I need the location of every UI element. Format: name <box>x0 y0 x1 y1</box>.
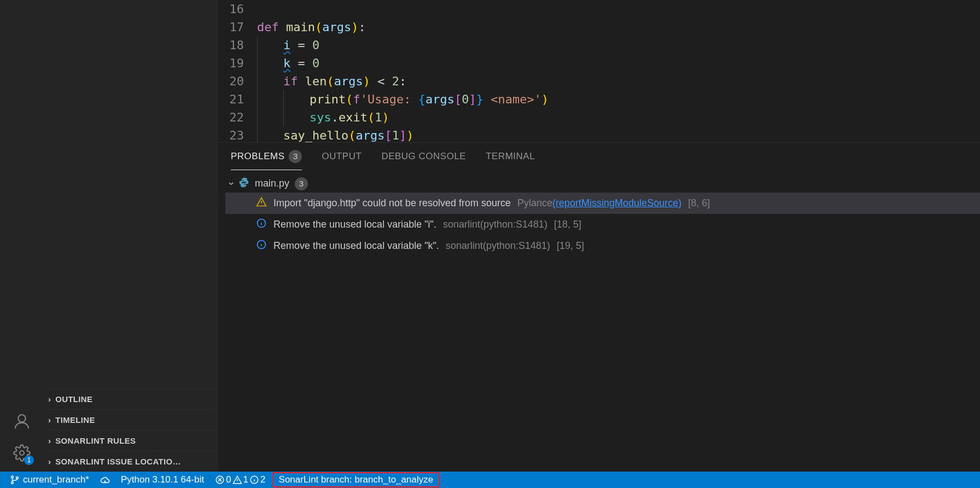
status-sync[interactable] <box>95 472 115 488</box>
editor-area: 1617181920212223 def main(args):i = 0k =… <box>219 0 980 472</box>
sidebar-section-label: SONARLINT RULES <box>55 436 136 445</box>
error-icon <box>215 475 225 485</box>
problem-source: Pylance(reportMissingModuleSource) <box>517 197 681 209</box>
tab-label: OUTPUT <box>322 151 361 162</box>
svg-point-6 <box>16 477 19 479</box>
branch-name: current_branch* <box>23 474 89 485</box>
sidebar-section-label: OUTLINE <box>55 394 92 404</box>
chevron-right-icon: › <box>48 415 51 425</box>
problems-list: › main.py 3 Import "django.http" could n… <box>219 170 980 472</box>
sonarlint-branch-label: SonarLint branch: branch_to_analyze <box>279 474 434 485</box>
code-editor[interactable]: 1617181920212223 def main(args):i = 0k =… <box>219 0 980 142</box>
sidebar-section-outline[interactable]: › OUTLINE <box>44 388 218 409</box>
chevron-down-icon: › <box>226 182 237 185</box>
problems-count-badge: 3 <box>289 150 302 163</box>
sidebar: › OUTLINE › TIMELINE › SONARLINT RULES ›… <box>44 0 219 472</box>
warning-icon <box>256 196 267 210</box>
problem-location: [19, 5] <box>557 240 584 252</box>
info-icon <box>256 239 267 253</box>
problem-message: Remove the unused local variable "i". <box>273 219 436 230</box>
settings-icon[interactable]: 1 <box>9 440 35 466</box>
svg-point-1 <box>20 451 24 455</box>
info-count: 2 <box>260 474 265 485</box>
python-version: Python 3.10.1 64-bit <box>121 474 204 485</box>
info-icon <box>249 475 259 485</box>
sidebar-section-sonarlint-locations[interactable]: › SONARLINT ISSUE LOCATIO… <box>44 451 218 472</box>
tab-output[interactable]: OUTPUT <box>322 143 361 170</box>
main-container: 1 › OUTLINE › TIMELINE › SONARLINT RULES… <box>0 0 980 472</box>
git-branch-icon <box>10 475 20 485</box>
status-python[interactable]: Python 3.10.1 64-bit <box>115 472 209 488</box>
tab-label: DEBUG CONSOLE <box>381 151 466 162</box>
status-sonarlint-branch[interactable]: SonarLint branch: branch_to_analyze <box>272 472 440 487</box>
problems-file-row[interactable]: › main.py 3 <box>225 175 980 193</box>
tab-debug-console[interactable]: DEBUG CONSOLE <box>381 143 466 170</box>
line-gutter: 1617181920212223 <box>219 0 257 142</box>
sidebar-section-timeline[interactable]: › TIMELINE <box>44 409 218 430</box>
sidebar-section-label: SONARLINT ISSUE LOCATIO… <box>55 457 180 466</box>
panel-tabs: PROBLEMS 3 OUTPUT DEBUG CONSOLE TERMINAL <box>219 143 980 170</box>
info-icon <box>256 218 267 231</box>
account-icon[interactable] <box>9 408 35 434</box>
warning-count: 1 <box>243 474 248 485</box>
svg-point-5 <box>11 481 14 484</box>
tab-problems[interactable]: PROBLEMS 3 <box>231 143 302 170</box>
status-branch[interactable]: current_branch* <box>4 472 95 488</box>
problem-row[interactable]: Remove the unused local variable "i". so… <box>225 214 980 235</box>
svg-point-0 <box>18 415 25 422</box>
status-bar: current_branch* Python 3.10.1 64-bit 0 1… <box>0 472 980 488</box>
sidebar-section-sonarlint-rules[interactable]: › SONARLINT RULES <box>44 430 218 451</box>
activity-bar: 1 <box>0 0 44 472</box>
tab-label: PROBLEMS <box>231 151 284 162</box>
file-name: main.py <box>255 178 289 189</box>
settings-badge: 1 <box>24 455 34 465</box>
tab-terminal[interactable]: TERMINAL <box>486 143 535 170</box>
bottom-panel: PROBLEMS 3 OUTPUT DEBUG CONSOLE TERMINAL… <box>219 142 980 472</box>
svg-point-4 <box>11 476 14 478</box>
warning-icon <box>232 475 242 485</box>
status-diagnostics[interactable]: 0 1 2 <box>209 472 271 488</box>
problem-source: sonarlint(python:S1481) <box>446 240 550 252</box>
problem-source: sonarlint(python:S1481) <box>443 219 547 230</box>
problem-message: Import "django.http" could not be resolv… <box>273 197 511 209</box>
problem-location: [8, 6] <box>688 197 710 209</box>
chevron-right-icon: › <box>48 457 51 466</box>
problem-message: Remove the unused local variable "k". <box>273 240 439 252</box>
code-content[interactable]: def main(args):i = 0k = 0if len(args) < … <box>257 0 980 142</box>
problem-row[interactable]: Import "django.http" could not be resolv… <box>225 193 980 214</box>
problem-source-link[interactable]: (reportMissingModuleSource) <box>552 197 681 208</box>
python-file-icon <box>238 177 249 190</box>
tab-label: TERMINAL <box>486 151 535 162</box>
problem-location: [18, 5] <box>554 219 581 230</box>
sidebar-section-label: TIMELINE <box>55 415 95 425</box>
cloud-sync-icon <box>100 475 110 485</box>
file-problem-count: 3 <box>295 177 308 190</box>
chevron-right-icon: › <box>48 394 51 404</box>
problem-row[interactable]: Remove the unused local variable "k". so… <box>225 235 980 257</box>
error-count: 0 <box>226 474 231 485</box>
chevron-right-icon: › <box>48 436 51 445</box>
